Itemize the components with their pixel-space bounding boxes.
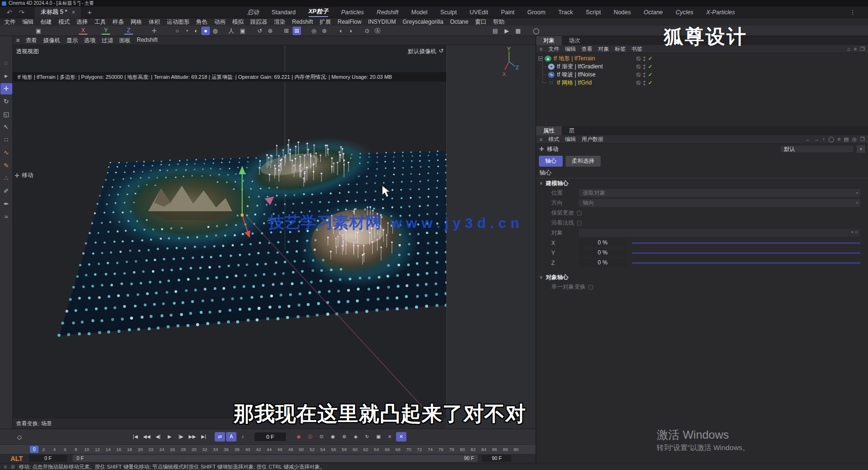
record-scale-button[interactable]: ⊚ bbox=[339, 432, 349, 442]
goto-start-button[interactable]: |◀ bbox=[130, 432, 141, 442]
grid-snap-icon[interactable]: ⊞ bbox=[292, 27, 301, 35]
loop-playback-button[interactable]: ⇄ bbox=[215, 432, 225, 442]
redo-icon[interactable]: ↷ bbox=[19, 9, 25, 16]
playhead[interactable]: 0 bbox=[30, 446, 38, 453]
record-parameter-button[interactable]: ↻ bbox=[362, 432, 372, 442]
record-keyframe-button[interactable]: ◉ bbox=[293, 432, 304, 442]
position-dropdown[interactable]: 选取对象 bbox=[579, 189, 860, 197]
next-key-button[interactable]: ▶▶ bbox=[187, 432, 198, 442]
character-tools-icon[interactable]: 人 bbox=[227, 27, 236, 35]
om-menu-item-2[interactable]: 查看 bbox=[582, 46, 593, 53]
om-menu-item-4[interactable]: 标签 bbox=[615, 46, 626, 53]
viewport-menu-item-0[interactable]: 查看 bbox=[26, 37, 37, 45]
record-position-button[interactable]: ◉ bbox=[328, 432, 338, 442]
orientation-dropdown[interactable]: 轴向 bbox=[579, 199, 860, 207]
viewport-menu-item-1[interactable]: 摄像机 bbox=[43, 37, 60, 45]
render-picture-viewer-icon[interactable]: ▶ bbox=[502, 27, 511, 35]
up-arrow-icon[interactable]: ↑ bbox=[822, 136, 825, 142]
pop-out-icon[interactable]: ❐ bbox=[860, 46, 865, 52]
pop-out-icon[interactable]: ❐ bbox=[860, 136, 865, 142]
menu-item-20[interactable]: Octane bbox=[450, 19, 469, 25]
rotate-tool-icon[interactable]: ↻ bbox=[0, 96, 12, 107]
search-icon[interactable]: ◯ bbox=[828, 136, 834, 142]
isolate-icon[interactable]: ⊙ bbox=[363, 27, 371, 35]
layout-tab-1[interactable]: Standard bbox=[272, 9, 296, 16]
z-axis-lock-icon[interactable]: Z bbox=[124, 27, 133, 35]
previous-frame-button[interactable]: ◀| bbox=[153, 432, 163, 442]
om-hamburger-icon[interactable]: ≡ bbox=[539, 46, 543, 52]
add-tab-button[interactable]: + bbox=[87, 8, 92, 16]
layer-toggle-icon[interactable] bbox=[636, 65, 641, 69]
preset-dropdown-arrow-icon[interactable]: ▾ bbox=[857, 145, 865, 153]
keyframe-presets-button[interactable]: ≡ bbox=[385, 432, 395, 442]
along-normals-checkbox[interactable] bbox=[577, 221, 582, 226]
viewport-menu-item-4[interactable]: 过滤 bbox=[102, 37, 113, 45]
layout-tab-2[interactable]: XP粒子 bbox=[309, 8, 329, 17]
visibility-dots-icon[interactable] bbox=[643, 56, 645, 61]
split-view-right-icon[interactable]: ◗ bbox=[347, 27, 355, 35]
x-slider[interactable] bbox=[632, 243, 860, 244]
object-item-tfgrid[interactable]: ∷ tf 网格 | tfGrid ✓ bbox=[536, 79, 652, 87]
z-slider[interactable] bbox=[632, 263, 860, 263]
interactive-render-icon[interactable]: ◯ bbox=[532, 27, 540, 35]
goto-end-button[interactable]: ▶| bbox=[198, 432, 209, 442]
y-value-field[interactable]: 0 % bbox=[579, 249, 626, 257]
tool-settings-icon[interactable]: ⊛ bbox=[266, 27, 274, 35]
display-gouraud-icon[interactable]: ● bbox=[201, 27, 210, 35]
layout-tab-12[interactable]: Nodes bbox=[613, 9, 631, 16]
om-menu-item-5[interactable]: 书签 bbox=[632, 46, 642, 53]
reset-psr-icon[interactable]: ↺ bbox=[255, 27, 264, 35]
menu-item-8[interactable]: 体积 bbox=[149, 18, 160, 26]
object-link-field[interactable] bbox=[579, 229, 860, 237]
layout-tab-13[interactable]: Octane bbox=[644, 9, 663, 16]
layout-tab-3[interactable]: Particles bbox=[341, 9, 364, 16]
forward-arrow-icon[interactable]: → bbox=[814, 136, 819, 142]
menu-item-15[interactable]: Redshift bbox=[292, 19, 313, 25]
menu-item-21[interactable]: 窗口 bbox=[475, 18, 486, 26]
move-tool-icon[interactable]: ✛ bbox=[0, 83, 12, 94]
menu-item-7[interactable]: 网格 bbox=[131, 18, 142, 26]
axis-gizmo-icon[interactable]: Y Z X bbox=[499, 47, 522, 80]
layout-tab-4[interactable]: Redshift bbox=[377, 9, 398, 16]
menu-item-4[interactable]: 选择 bbox=[76, 18, 88, 26]
display-isoparm-icon[interactable]: ◔ bbox=[182, 27, 191, 35]
y-axis-lock-icon[interactable]: Y bbox=[102, 27, 110, 35]
layout-tab-5[interactable]: Model bbox=[411, 9, 427, 16]
menu-item-10[interactable]: 角色 bbox=[196, 18, 208, 26]
sketch-tool-icon[interactable]: ✎ bbox=[0, 160, 12, 171]
x-axis-lock-icon[interactable]: X bbox=[79, 27, 87, 35]
layout-tab-9[interactable]: Groom bbox=[527, 9, 545, 16]
render-view-icon[interactable]: ▤ bbox=[491, 27, 500, 35]
transform-tool-icon[interactable]: ↖ bbox=[0, 122, 12, 133]
am-menu-item-0[interactable]: 模式 bbox=[548, 136, 559, 143]
points-move-tool-icon[interactable]: ∷ bbox=[0, 134, 12, 146]
tweak-tool-icon[interactable]: ▸ bbox=[0, 70, 12, 82]
om-menu-item-3[interactable]: 对象 bbox=[598, 46, 609, 53]
layout-tab-11[interactable]: Script bbox=[585, 9, 601, 16]
viewport-menu-item-2[interactable]: 显示 bbox=[66, 37, 78, 45]
gear-icon[interactable]: ⊛ bbox=[320, 27, 329, 35]
menu-item-18[interactable]: INSYDIUM bbox=[368, 19, 396, 25]
box-display-icon[interactable]: ▣ bbox=[238, 27, 247, 35]
object-item-tfgradient[interactable]: + tf 渐变 | tfGradient ✓ bbox=[536, 63, 652, 71]
tab-takes[interactable]: 场次 bbox=[562, 36, 587, 45]
previous-key-button[interactable]: ◀◀ bbox=[142, 432, 152, 442]
enabled-check-icon[interactable]: ✓ bbox=[648, 64, 652, 70]
render-settings-icon[interactable]: ▦ bbox=[514, 27, 522, 35]
play-button[interactable]: ▶ bbox=[164, 432, 175, 442]
undo-icon[interactable]: ↶ bbox=[7, 9, 12, 16]
layout-tab-10[interactable]: Track bbox=[558, 9, 573, 16]
menu-item-17[interactable]: RealFlow bbox=[338, 19, 361, 25]
visibility-dots-icon[interactable] bbox=[643, 81, 645, 85]
play-all-frames-button[interactable]: A bbox=[226, 432, 236, 442]
range-start-field[interactable]: 0 F bbox=[29, 455, 67, 462]
menu-item-22[interactable]: 帮助 bbox=[493, 18, 504, 26]
menu-item-13[interactable]: 跟踪器 bbox=[250, 18, 267, 26]
next-frame-button[interactable]: |▶ bbox=[176, 432, 186, 442]
lock-icon[interactable]: ▤ bbox=[844, 136, 849, 142]
menu-item-5[interactable]: 工具 bbox=[94, 18, 106, 26]
preview-range-track[interactable]: 0 F 90 F bbox=[73, 455, 478, 462]
axis-mode-button[interactable]: 轴心 bbox=[539, 156, 563, 167]
layer-toggle-icon[interactable] bbox=[636, 73, 641, 77]
knife-tool-icon[interactable]: ✐ bbox=[0, 186, 12, 197]
